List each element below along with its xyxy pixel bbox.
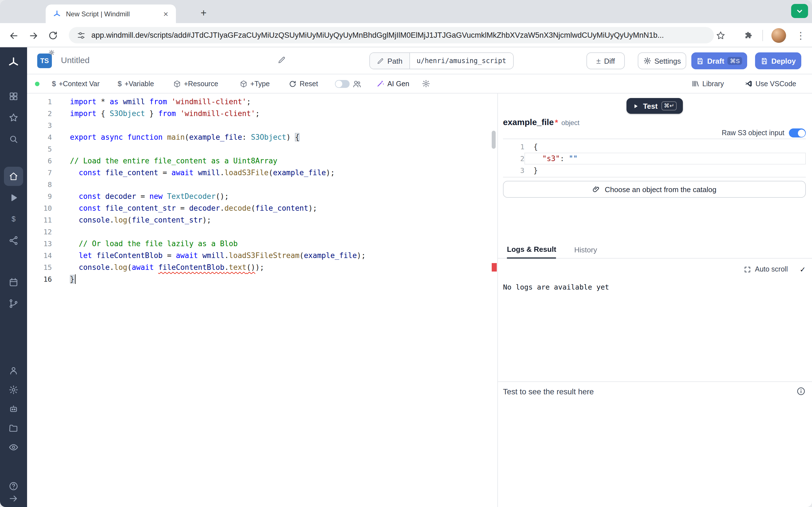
folder-icon [8,423,18,433]
sidebar-item-runs[interactable] [4,187,23,209]
grid-icon [8,91,18,101]
add-resource-button[interactable]: +Resource [173,80,218,88]
sidebar-item-workers[interactable] [4,399,23,418]
browser-tab[interactable]: New Script | Windmill × [46,4,176,23]
toggle-off[interactable] [335,80,350,88]
browser-menu-button[interactable]: ⋮ [793,27,809,43]
sidebar-item-apps[interactable] [4,86,23,107]
tab-history[interactable]: History [574,245,597,258]
diff-button[interactable]: ± Diff [587,52,625,69]
library-icon [691,79,700,88]
magic-wand-icon [376,79,385,88]
draft-button[interactable]: Draft ⌘S [691,52,747,69]
json-line-code: "s3": "" [524,153,806,165]
pencil-icon [377,57,384,64]
add-type-button[interactable]: +Type [240,80,270,88]
raw-s3-label: Raw S3 object input [722,129,784,137]
choose-object-button[interactable]: Choose an object from the catalog [503,181,806,198]
sidebar-item-search[interactable] [4,128,23,150]
code-editor[interactable]: 12345678910111213141516 import * as wmil… [27,94,497,507]
paperclip-icon [592,185,600,193]
preview-toggle[interactable] [335,79,361,88]
tab-logs-result[interactable]: Logs & Result [507,245,556,259]
add-context-var-label: +Context Var [59,80,100,88]
info-icon[interactable] [796,386,806,396]
path-value[interactable]: u/henri/amusing_script [410,53,513,69]
sidebar-item-home[interactable] [4,167,23,186]
path-button[interactable]: Path [370,53,410,69]
url-bar[interactable]: app.windmill.dev/scripts/add#JTdCJTIyaGF… [69,27,714,43]
add-context-var-button[interactable]: $+Context Var [52,79,100,88]
editor-settings-button[interactable] [422,79,430,88]
save-icon [696,57,704,64]
library-button[interactable]: Library [691,79,724,88]
browser-tab-strip: New Script | Windmill × + [0,0,812,23]
ai-gen-button[interactable]: AI Gen [376,79,409,88]
extensions-button[interactable] [741,27,757,43]
settings-button[interactable]: Settings [638,52,686,69]
gear-icon [422,79,430,88]
sidebar-item-collapse[interactable] [4,492,23,505]
raw-s3-toggle[interactable] [789,128,806,137]
json-line: 1{ [503,141,806,153]
script-title[interactable]: Untitled [61,55,90,65]
kebab-menu-icon: ⋮ [793,27,809,43]
test-button[interactable]: Test ⌘↵ [626,98,683,114]
error-overview-marker [492,263,497,272]
json-line-number: 1 [503,141,524,153]
site-settings-icon[interactable] [77,31,86,40]
reset-button[interactable]: Reset [289,80,318,88]
forward-button[interactable] [26,27,41,43]
text-cursor [75,274,76,284]
sidebar-item-audit-logs[interactable] [4,438,23,457]
app-header: TS Untitled Path u/henri/amusing_script … [27,47,812,74]
result-divider [498,381,812,382]
sidebar-item-settings[interactable] [4,380,23,399]
sidebar-item-folders[interactable] [4,418,23,438]
sidebar-item-user[interactable] [4,361,23,380]
line-number: 16 [27,273,52,285]
windmill-logo[interactable] [7,56,20,69]
line-number: 12 [27,226,52,238]
check-icon[interactable]: ✓ [800,265,806,274]
dollar-icon: $ [52,79,56,88]
sidebar-item-help[interactable] [4,480,23,492]
puzzle-icon [741,27,757,43]
browser-extension-button[interactable] [791,4,808,18]
reload-button[interactable] [45,27,61,43]
use-vscode-label: Use VSCode [755,80,796,88]
json-line: 2 "s3": "" [503,153,806,165]
add-variable-button[interactable]: $+Variable [117,79,154,88]
use-vscode-button[interactable]: Use VSCode [744,79,796,88]
line-number: 6 [27,155,52,167]
app-sidebar: $ [0,47,27,507]
bookmark-star[interactable] [713,27,728,43]
auto-scroll-label: Auto scroll [755,265,788,273]
deploy-button[interactable]: Deploy [755,52,801,69]
home-icon [8,171,18,181]
sidebar-item-resources[interactable] [4,230,23,251]
sidebar-item-favorites[interactable] [4,107,23,128]
tab-close-icon[interactable]: × [161,9,170,18]
required-asterisk: * [555,118,558,127]
back-button[interactable] [6,27,21,43]
result-placeholder-row: Test to see the result here [503,386,806,396]
edit-title-pencil-icon[interactable] [277,56,286,64]
language-settings-gear-icon[interactable] [49,50,55,56]
line-number: 1 [27,96,52,108]
draft-label: Draft [707,57,724,65]
editor-code: import * as wmill from 'windmill-client'… [70,96,490,285]
new-tab-button[interactable]: + [196,6,211,21]
sidebar-item-flows[interactable] [4,293,23,314]
profile-avatar[interactable] [771,28,786,43]
test-shortcut: ⌘↵ [661,101,676,110]
json-input-editor[interactable]: 1{2 "s3": ""3} [503,138,806,177]
code-line [70,179,490,190]
editor-scrollbar[interactable] [492,131,496,149]
user-icon [8,365,18,376]
sidebar-item-schedules[interactable] [4,272,23,293]
json-line-number: 3 [503,165,524,176]
sidebar-item-variables[interactable]: $ [4,209,23,230]
star-icon [8,113,18,123]
auto-scroll-control[interactable]: Auto scroll ✓ [744,265,806,274]
